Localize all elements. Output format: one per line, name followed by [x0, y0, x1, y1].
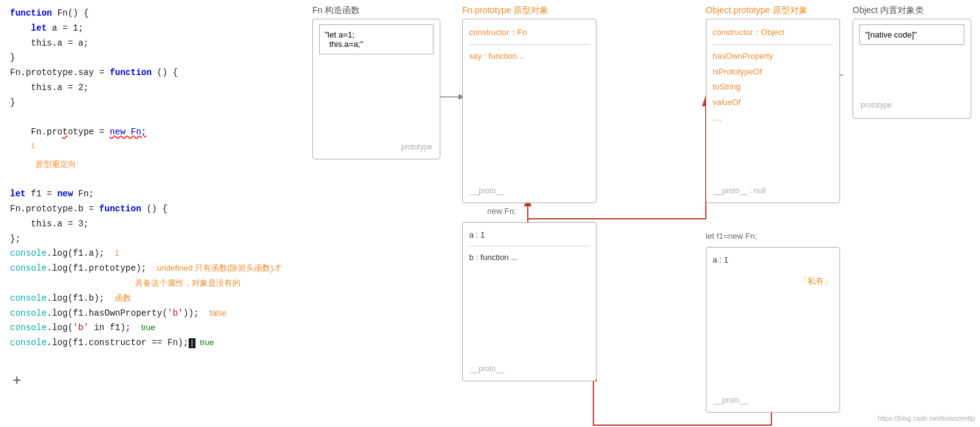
code-line-15: console.log(f1.b); 函数 — [10, 291, 284, 306]
code-line-11: this.a = 3; — [10, 217, 284, 232]
code-line-5: Fn.prototype.say = function () { — [10, 66, 284, 81]
code-line-13: console.log(f1.a); 1 — [10, 246, 284, 261]
code-line-17: console.log('b' in f1); true — [10, 321, 284, 336]
prop-constructor-fn: constructor：Fn — [469, 24, 590, 41]
obj-builtin-content: "[native code]" — [853, 19, 971, 50]
code-line-18: console.log(f1.constructor == Fn);| true — [10, 336, 284, 351]
plus-icon: ​+ — [12, 368, 21, 393]
fn-proto-content: constructor：Fn say : function... — [463, 19, 596, 68]
f1-instance-proto-label: __proto__ — [714, 396, 748, 404]
code-line-1: function Fn() { — [10, 6, 284, 21]
f1-box: a : 1 b : function ... __proto__ — [462, 222, 596, 381]
code-line-6: this.a = 2; — [10, 81, 284, 96]
code-panel: function Fn() { let a = 1; this.a = a; }… — [0, 0, 294, 427]
f1-prop-b: b : function ... — [469, 250, 590, 264]
code-line-16: console.log(f1.hasOwnProperty('b')); fal… — [10, 306, 284, 321]
obj-proto-proto-label: __proto__ : null — [714, 186, 766, 195]
fn-proto-box: constructor：Fn say : function... __proto… — [462, 19, 596, 203]
code-line-12: }; — [10, 232, 284, 247]
fn-box-title: Fn 构造函数 — [312, 5, 360, 16]
private-label: 「私有」 — [799, 276, 832, 287]
fn-proto-title: Fn.prototype 原型对象 — [462, 5, 549, 16]
code-line-10: Fn.prototype.b = function () { — [10, 202, 284, 217]
f1-instance-prop-a: a : 1 — [713, 253, 833, 267]
code-line-7: } — [10, 96, 284, 111]
prop-say-fn: say : function... — [469, 49, 590, 63]
let-f1-label: let f1=new Fn; — [706, 231, 757, 241]
code-line-14b: 具备这个属性，对象是没有的 — [10, 276, 284, 291]
obj-builtin-title: Object 内置对象类 — [853, 5, 924, 16]
watermark: https://blog.csdn.net/lixiaozenitp — [878, 414, 975, 422]
obj-proto-title: Object.prototype 原型对象 — [706, 5, 808, 16]
prop-constructor-obj: constructor：Object — [713, 24, 833, 41]
f1-instance-content: a : 1 「私有」 — [706, 248, 839, 272]
fn-proto-proto-label: __proto__ — [470, 186, 504, 195]
f1-instance-box: a : 1 「私有」 __proto__ — [706, 247, 840, 413]
f1-content: a : 1 b : function ... — [463, 223, 596, 269]
f1-proto-label: __proto__ — [470, 364, 504, 373]
obj-builtin-proto-label: prototype — [861, 101, 892, 109]
new-fn-label: new Fn; — [487, 206, 516, 216]
obj-proto-box: constructor：Object hasOwnPropertyisProto… — [706, 19, 840, 203]
diagram-area: Fn 构造函数 "let a=1; this.a=a;" prototype F… — [294, 0, 980, 427]
code-line-14: console.log(f1.prototype); undefined 只有函… — [10, 261, 284, 276]
code-line-4: } — [10, 51, 284, 66]
obj-proto-methods: hasOwnPropertyisPrototypeOftoStringvalue… — [713, 49, 833, 126]
obj-builtin-box: "[native code]" prototype — [853, 19, 971, 119]
f1-prop-a: a : 1 — [469, 228, 590, 242]
obj-proto-content: constructor：Object hasOwnPropertyisProto… — [706, 19, 839, 131]
code-line-9: let f1 = new Fn; — [10, 187, 284, 202]
fn-constructor-content: "let a=1; this.a=a;" — [313, 19, 440, 64]
code-line-8: Fn.prototype = new Fn; 1 原型重定向 — [10, 111, 284, 188]
code-line-3: this.a = a; — [10, 36, 284, 51]
fn-prototype-label: prototype — [401, 143, 432, 151]
fn-constructor-box: "let a=1; this.a=a;" prototype — [312, 19, 440, 159]
code-line-2: let a = 1; — [10, 21, 284, 36]
